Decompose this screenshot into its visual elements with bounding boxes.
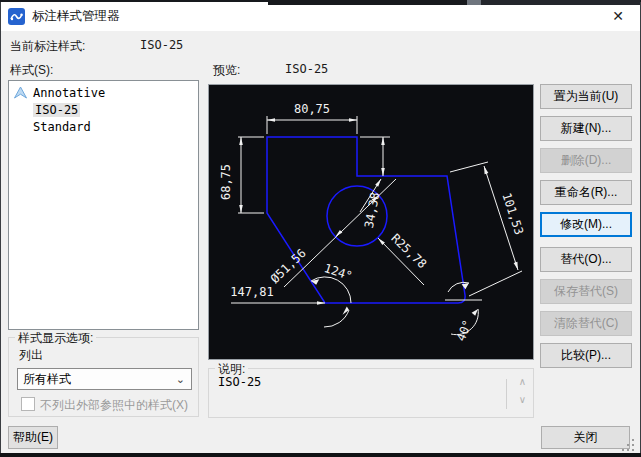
hide-xref-checkbox-label: 不列出外部参照中的样式(X) — [40, 398, 188, 412]
description-scroll-divider — [506, 379, 507, 409]
description-group: 说明: ISO-25 ∧ ∨ — [208, 368, 534, 418]
compare-button[interactable]: 比较(P)... — [540, 343, 632, 368]
dim-angle-right: 40° — [454, 318, 475, 343]
help-button[interactable]: 帮助(E) — [8, 426, 58, 449]
new-button[interactable]: 新建(N)... — [540, 116, 632, 141]
scroll-up-icon[interactable]: ∧ — [519, 377, 526, 387]
style-item-iso25-selected[interactable]: ISO-25 — [9, 102, 198, 119]
override-button[interactable]: 替代(O)... — [540, 247, 632, 272]
chevron-down-icon: ⌄ — [176, 369, 185, 389]
style-display-options-label: 样式显示选项: — [15, 330, 96, 347]
hide-xref-checkbox-row: 不列出外部参照中的样式(X) — [21, 397, 188, 411]
titlebar: 标注样式管理器 ✕ — [1, 2, 640, 31]
preview-style-name: ISO-25 — [285, 62, 328, 76]
annotative-icon — [13, 86, 28, 101]
app-background-edge-top-right — [268, 0, 640, 5]
style-item-label: ISO-25 — [33, 103, 80, 117]
current-style-label: 当前标注样式: — [10, 38, 85, 55]
styles-list-label: 样式(S): — [10, 62, 53, 79]
window-title: 标注样式管理器 — [32, 2, 120, 31]
dimension-style-manager-dialog: 标注样式管理器 ✕ 当前标注样式: ISO-25 样式(S): Annotati… — [0, 0, 641, 457]
resize-grip[interactable] — [621, 439, 635, 451]
list-label: 列出 — [19, 347, 43, 364]
styles-listbox[interactable]: Annotative ISO-25 Standard — [8, 80, 199, 330]
set-current-button[interactable]: 置为当前(U) — [540, 84, 632, 109]
current-style-value: ISO-25 — [140, 38, 183, 52]
clear-override-button: 清除替代(C) — [540, 311, 632, 336]
save-override-button: 保存替代(S) — [540, 279, 632, 304]
dim-step-height: 34,38 — [362, 191, 382, 229]
app-background-edge-bottom — [0, 453, 641, 457]
dimension-arrows — [239, 118, 518, 316]
dim-left-height: 68,75 — [219, 164, 233, 200]
modify-button[interactable]: 修改(M)... — [540, 212, 632, 237]
style-item-label: Annotative — [33, 86, 105, 100]
preview-label: 预览: — [213, 62, 240, 79]
dim-diameter: Ø51,56 — [268, 246, 309, 286]
style-filter-dropdown[interactable]: 所有样式 ⌄ — [17, 368, 192, 390]
dim-top-width: 80,75 — [294, 102, 330, 116]
hide-xref-checkbox[interactable] — [21, 397, 35, 411]
preview-drawing: 80,75 68,75 34,38 101,53 Ø51,56 R25,78 1… — [209, 85, 533, 359]
style-item-standard[interactable]: Standard — [9, 119, 198, 136]
dimension-style-manager-icon — [8, 8, 25, 25]
dim-right-length: 101,53 — [499, 191, 526, 237]
style-item-label: Standard — [33, 120, 91, 134]
style-display-options-group: 样式显示选项: 列出 所有样式 ⌄ 不列出外部参照中的样式(X) — [8, 337, 199, 417]
dim-radius: R25,78 — [388, 231, 429, 271]
dimension-texts: 80,75 68,75 34,38 101,53 Ø51,56 R25,78 1… — [219, 102, 526, 343]
dimension-preview-canvas: 80,75 68,75 34,38 101,53 Ø51,56 R25,78 1… — [208, 84, 534, 360]
description-text: ISO-25 — [218, 375, 261, 389]
style-item-annotative[interactable]: Annotative — [9, 85, 198, 102]
close-icon[interactable]: ✕ — [602, 5, 634, 28]
close-dialog-button[interactable]: 关闭 — [541, 426, 630, 449]
rename-button[interactable]: 重命名(R)... — [540, 180, 632, 205]
dim-bottom-width: 147,81 — [230, 285, 273, 299]
scroll-down-icon[interactable]: ∨ — [519, 395, 526, 405]
style-filter-value: 所有样式 — [23, 372, 71, 386]
delete-button: 删除(D)... — [540, 148, 632, 173]
